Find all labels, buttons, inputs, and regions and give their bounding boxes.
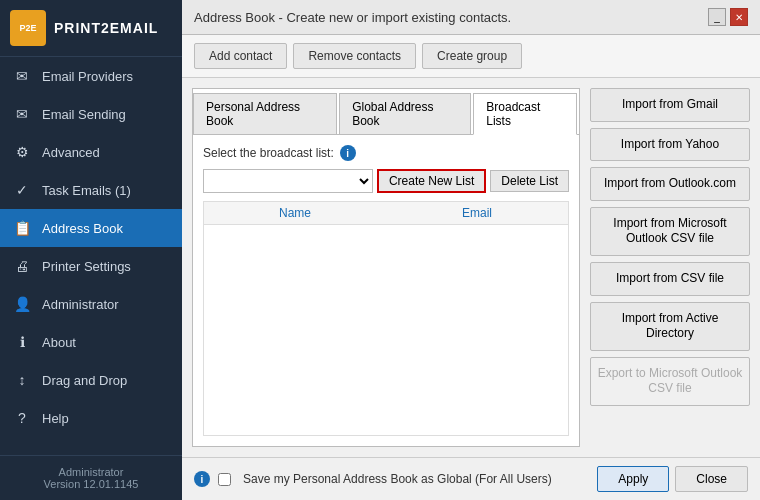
sidebar-label-administrator: Administrator (42, 297, 119, 312)
sidebar-icon-address-book: 📋 (12, 218, 32, 238)
sidebar-footer-line2: Version 12.01.1145 (12, 478, 170, 490)
sidebar-item-advanced[interactable]: ⚙ Advanced (0, 133, 182, 171)
info-icon: i (340, 145, 356, 161)
sidebar-label-address-book: Address Book (42, 221, 123, 236)
sidebar-item-printer-settings[interactable]: 🖨 Printer Settings (0, 247, 182, 285)
dialog-title: Address Book - Create new or import exis… (194, 10, 511, 25)
tab-personal[interactable]: Personal Address Book (193, 93, 337, 134)
sidebar-icon-printer-settings: 🖨 (12, 256, 32, 276)
sidebar-item-address-book[interactable]: 📋 Address Book (0, 209, 182, 247)
apply-button[interactable]: Apply (597, 466, 669, 492)
close-button[interactable]: ✕ (730, 8, 748, 26)
import-btn-active-dir[interactable]: Import from Active Directory (590, 302, 750, 351)
logo-icon: P2E (10, 10, 46, 46)
sidebar-label-about: About (42, 335, 76, 350)
sidebar-icon-drag-and-drop: ↕ (12, 370, 32, 390)
select-broadcast-label: Select the broadcast list: (203, 146, 334, 160)
sidebar-label-drag-and-drop: Drag and Drop (42, 373, 127, 388)
tab-global[interactable]: Global Address Book (339, 93, 471, 134)
toolbar: Add contact Remove contacts Create group (182, 35, 760, 78)
body-area: Personal Address Book Global Address Boo… (182, 78, 760, 457)
broadcast-list-dropdown[interactable] (203, 169, 373, 193)
left-panel: Personal Address Book Global Address Boo… (192, 88, 580, 447)
col-email-header: Email (386, 206, 568, 220)
import-btn-export-csv: Export to Microsoft Outlook CSV file (590, 357, 750, 406)
tab-broadcast[interactable]: Broadcast Lists (473, 93, 577, 135)
tabs: Personal Address Book Global Address Boo… (193, 89, 579, 135)
sidebar-label-advanced: Advanced (42, 145, 100, 160)
list-controls: Create New List Delete List (203, 169, 569, 193)
delete-list-button[interactable]: Delete List (490, 170, 569, 192)
table-header: Name Email (204, 202, 568, 225)
sidebar-logo: P2E PRINT2EMAIL (0, 0, 182, 57)
import-btn-csv[interactable]: Import from CSV file (590, 262, 750, 296)
import-btn-outlook-csv[interactable]: Import from Microsoft Outlook CSV file (590, 207, 750, 256)
right-panel: Import from GmailImport from YahooImport… (590, 88, 750, 447)
footer-bar: i Save my Personal Address Book as Globa… (182, 457, 760, 500)
sidebar-icon-email-sending: ✉ (12, 104, 32, 124)
import-btn-gmail[interactable]: Import from Gmail (590, 88, 750, 122)
sidebar-label-task-emails: Task Emails (1) (42, 183, 131, 198)
col-name-header: Name (204, 206, 386, 220)
sidebar-item-task-emails[interactable]: ✓ Task Emails (1) (0, 171, 182, 209)
sidebar-item-drag-and-drop[interactable]: ↕ Drag and Drop (0, 361, 182, 399)
title-bar: Address Book - Create new or import exis… (182, 0, 760, 35)
add-contact-button[interactable]: Add contact (194, 43, 287, 69)
remove-contacts-button[interactable]: Remove contacts (293, 43, 416, 69)
broadcast-label-row: Select the broadcast list: i (203, 145, 569, 161)
sidebar-icon-help: ? (12, 408, 32, 428)
close-dialog-button[interactable]: Close (675, 466, 748, 492)
create-group-button[interactable]: Create group (422, 43, 522, 69)
minimize-button[interactable]: _ (708, 8, 726, 26)
import-btn-outlook-com[interactable]: Import from Outlook.com (590, 167, 750, 201)
create-new-list-button[interactable]: Create New List (377, 169, 486, 193)
sidebar-label-email-providers: Email Providers (42, 69, 133, 84)
sidebar-label-email-sending: Email Sending (42, 107, 126, 122)
sidebar-item-about[interactable]: ℹ About (0, 323, 182, 361)
tab-content-broadcast: Select the broadcast list: i Create New … (193, 135, 579, 446)
sidebar-footer-line1: Administrator (12, 466, 170, 478)
sidebar-item-help[interactable]: ? Help (0, 399, 182, 437)
contact-table: Name Email (203, 201, 569, 436)
save-global-checkbox[interactable] (218, 473, 231, 486)
sidebar: P2E PRINT2EMAIL ✉ Email Providers ✉ Emai… (0, 0, 182, 500)
sidebar-icon-task-emails: ✓ (12, 180, 32, 200)
import-btn-yahoo[interactable]: Import from Yahoo (590, 128, 750, 162)
window-controls: _ ✕ (708, 8, 748, 26)
sidebar-item-email-providers[interactable]: ✉ Email Providers (0, 57, 182, 95)
sidebar-label-printer-settings: Printer Settings (42, 259, 131, 274)
save-global-label: Save my Personal Address Book as Global … (243, 472, 552, 486)
logo-text: PRINT2EMAIL (54, 20, 158, 36)
logo-icon-text: P2E (19, 23, 36, 33)
main-content: Address Book - Create new or import exis… (182, 0, 760, 500)
sidebar-footer: Administrator Version 12.01.1145 (0, 455, 182, 500)
sidebar-icon-administrator: 👤 (12, 294, 32, 314)
footer-left: i Save my Personal Address Book as Globa… (194, 471, 552, 487)
sidebar-icon-advanced: ⚙ (12, 142, 32, 162)
footer-info-icon: i (194, 471, 210, 487)
sidebar-icon-email-providers: ✉ (12, 66, 32, 86)
sidebar-item-email-sending[interactable]: ✉ Email Sending (0, 95, 182, 133)
footer-buttons: Apply Close (597, 466, 748, 492)
sidebar-label-help: Help (42, 411, 69, 426)
sidebar-icon-about: ℹ (12, 332, 32, 352)
sidebar-item-administrator[interactable]: 👤 Administrator (0, 285, 182, 323)
